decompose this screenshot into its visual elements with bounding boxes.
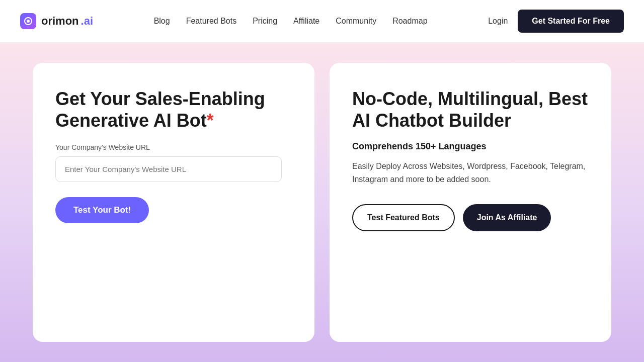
hero-card-right: No-Code, Multilingual, Best AI Chatbot B… <box>330 63 611 342</box>
nav-affiliate[interactable]: Affiliate <box>293 17 319 25</box>
login-link[interactable]: Login <box>488 17 508 26</box>
get-started-button[interactable]: Get Started For Free <box>518 10 624 33</box>
nav-links: Blog Featured Bots Pricing Affiliate Com… <box>154 17 428 26</box>
url-input[interactable] <box>55 156 282 182</box>
nav-featured-bots[interactable]: Featured Bots <box>186 17 237 25</box>
card2-heading: No-Code, Multilingual, Best AI Chatbot B… <box>352 88 589 131</box>
url-label: Your Company's Website URL <box>55 143 292 151</box>
hero-heading-asterisk: * <box>207 110 214 131</box>
logo-text-ai: .ai <box>81 15 93 28</box>
hero-heading-line2: Generative AI Bot <box>55 110 207 131</box>
hero-section: Get Your Sales-Enabling Generative AI Bo… <box>0 43 644 362</box>
hero-card-left: Get Your Sales-Enabling Generative AI Bo… <box>33 63 314 342</box>
card2-description: Easily Deploy Across Websites, Wordpress… <box>352 160 589 186</box>
test-featured-bots-button[interactable]: Test Featured Bots <box>352 204 455 231</box>
nav-pricing[interactable]: Pricing <box>253 17 277 25</box>
logo-icon <box>20 13 36 29</box>
navbar: orimon.ai Blog Featured Bots Pricing Aff… <box>0 0 644 43</box>
logo-text-main: orimon <box>41 15 79 28</box>
nav-right: Login Get Started For Free <box>488 10 624 33</box>
card2-buttons: Test Featured Bots Join As Affiliate <box>352 204 589 231</box>
hero-heading-line1: Get Your Sales-Enabling <box>55 88 265 109</box>
svg-point-1 <box>27 20 30 23</box>
test-bot-button[interactable]: Test Your Bot! <box>55 197 149 223</box>
join-affiliate-button[interactable]: Join As Affiliate <box>463 204 551 231</box>
nav-roadmap[interactable]: Roadmap <box>392 17 427 25</box>
logo[interactable]: orimon.ai <box>20 13 93 29</box>
hero-heading: Get Your Sales-Enabling Generative AI Bo… <box>55 88 292 131</box>
nav-community[interactable]: Community <box>336 17 376 25</box>
nav-blog[interactable]: Blog <box>154 17 170 25</box>
card2-subtitle: Comprehends 150+ Languages <box>352 141 589 152</box>
hero-cards: Get Your Sales-Enabling Generative AI Bo… <box>33 63 611 342</box>
